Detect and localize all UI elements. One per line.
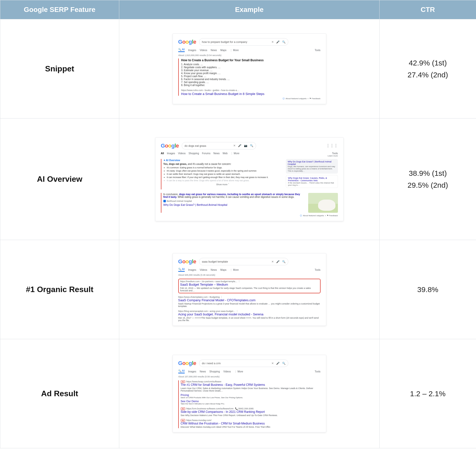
tab-images: Images: [188, 370, 196, 373]
tab-tools: Tools: [332, 152, 338, 155]
list-item: 6. Factor in seasonal and industry trend…: [181, 78, 321, 81]
ad-result-2: Adhttps://crm.business-software.com/soft…: [181, 407, 321, 417]
ai-overview-block: ✦ AI Overview Yes, dogs eat grass, and i…: [161, 159, 282, 189]
sitelinks: Pricing Save on CRM Products With Our Lo…: [181, 393, 321, 405]
result-link: Side-by-side CRM Comparisons - In 2021 C…: [181, 410, 321, 414]
clear-icon: ✕: [233, 144, 236, 147]
results-count: About 1,910,000,000 results (0.54 second…: [178, 54, 321, 57]
tab-videos: Videos: [200, 49, 207, 52]
tab-news: News: [213, 152, 220, 155]
result-desc: Learn How Our CRM, Sales & Marketing Aut…: [181, 387, 321, 392]
organic-result-2: https://www.cfotemplates.com › Budgeting…: [178, 296, 321, 307]
result-link: Why Do Dogs Eat Grass? | Berthoud Animal…: [163, 203, 305, 206]
list-item: It's tasty: Dogs often eat grass because…: [167, 170, 282, 172]
tab-more: ⋮ More: [231, 152, 239, 155]
organic-result-3: https://blog.serenacapital.com › acing-y…: [178, 310, 321, 322]
table-row: AI Overview Google do dogs eat grass ✕ 🎤…: [0, 119, 476, 240]
search-query: how to prepare budget for a company: [202, 40, 269, 43]
list-item: 3. Estimate your revenue. …: [181, 69, 321, 72]
tab-shopping: Shopping: [209, 370, 220, 373]
table-row: Snippet Google how to prepare budget for…: [0, 19, 476, 119]
list-item: 1. Analyze costs. …: [181, 63, 321, 66]
header-ctr: CTR: [380, 0, 476, 19]
result-url: https://crm.business-software.com/softwa…: [186, 407, 234, 410]
clear-icon: ✕: [271, 362, 274, 365]
ad-result-1: Adhttps://www.keap.com/crm/software The …: [181, 380, 321, 405]
serp-tabs: All Images Videos Shopping Forums News W…: [161, 152, 338, 155]
tab-all: 🔍All: [178, 369, 185, 373]
result-desc: Feb 12, 2019 — We updated our budget for…: [180, 287, 319, 292]
list-item: 8. Bring it all together.: [181, 84, 321, 87]
clear-icon: ✕: [271, 40, 274, 44]
clear-icon: ✕: [271, 260, 274, 263]
ad-badge: Ad: [181, 407, 185, 410]
result-url: https://www.cfotemplates.com › Budgeting…: [178, 296, 321, 298]
example-screenshot-ad: Google do i need a crm ✕ 🎤 🔍 🔍All Images…: [173, 355, 326, 432]
search-input: do dogs eat grass ✕ 🎤 📷 🔍: [182, 142, 256, 150]
ai-sources-sidebar: Why Do Dogs Eat Grass? | Berthoud Animal…: [286, 159, 338, 189]
show-more-button: Show more ˅: [163, 183, 282, 186]
ai-overview-lead: Yes, dogs eat grass, and it's usually no…: [163, 163, 282, 165]
search-icon: 🔍: [282, 362, 286, 365]
snippet-list: 1. Analyze costs. … 2. Negotiate costs w…: [181, 63, 321, 87]
tab-all: All: [161, 152, 164, 155]
tab-news: News: [211, 49, 217, 52]
google-logo: Google: [178, 360, 196, 366]
info-icon: ⓘ: [283, 97, 285, 100]
ctr-value-ai-overview: 38.9% (1st) 29.5% (2nd): [385, 167, 471, 191]
ctr-value-ad: 1.2 – 2.1%: [385, 388, 471, 400]
ctr-value-organic: 39.8%: [385, 284, 471, 296]
sitelink-desc: Save on CRM Products With Our Low Prices…: [181, 396, 321, 399]
list-item: It can increase fiber: If your dog isn't…: [167, 176, 282, 179]
organic-result-1: https://medium.com › 1tx-partners › saas…: [178, 279, 321, 293]
feedback-row: ⓘAbout featured snippets • ⚑ Feedback: [161, 214, 338, 217]
results-count: About 945,000 results (0.46 seconds): [178, 274, 321, 276]
result-desc: Discover What Makes monday.com Ideal CRM…: [181, 426, 321, 428]
site-badge-icon: [163, 200, 166, 202]
google-logo: Google: [178, 258, 196, 265]
ad-badge: Ad: [181, 419, 185, 422]
search-icon: 🔍: [282, 40, 286, 44]
camera-icon: 📷: [244, 144, 247, 147]
info-icon: ⓘ: [300, 214, 302, 217]
snippet-title: How to Create a Business Budget for Your…: [181, 59, 321, 62]
search-query: do i need a crm: [202, 362, 269, 365]
serp-tabs: 🔍All Images News Shopping Videos ⋮ More …: [178, 369, 321, 373]
tab-more: ⋮ More: [230, 49, 239, 52]
ad-result-3: Adhttps://www.monday.com/ CRM Without th…: [181, 419, 321, 428]
ai-overview-bullets: It's common: Eating grass is a normal be…: [163, 166, 282, 182]
serp-tabs: 🔍All Images Videos News Maps ⋮ More Tool…: [178, 48, 321, 52]
list-item: 2. Negotiate costs with suppliers. …: [181, 66, 321, 69]
feature-label-ai-overview: AI Overview: [5, 175, 114, 184]
search-input: saas budget template ✕ 🎤 🔍: [199, 258, 288, 265]
header-feature: Google SERP Feature: [0, 0, 119, 19]
source-desc: If the stomach issues… There's also the …: [288, 182, 336, 186]
tab-web: Web: [223, 152, 228, 155]
phone-number: 📞 (800) 208-2085: [235, 407, 254, 410]
result-link: How to Create a Small Business Budget in…: [181, 92, 321, 96]
result-desc: Mar 15, 2017 — >>>>>The Saas budget temp…: [178, 317, 321, 322]
example-screenshot-ai-overview: Google do dogs eat grass ✕ 🎤 📷 🔍 ⋮⋮⋮ All: [155, 137, 344, 221]
search-query: do dogs eat grass: [184, 144, 231, 147]
tab-more: ⋮ More: [230, 269, 239, 271]
source-title: Why Do Dogs Eat Grass? | Berthoud Animal…: [288, 160, 336, 165]
result-link: The #1 CRM for Small Business - Easy, Po…: [181, 383, 321, 387]
google-logo: Google: [161, 143, 179, 149]
table-row: Ad Result Google do i need a crm ✕ 🎤 🔍: [0, 339, 476, 448]
feature-label-organic: #1 Organic Result: [5, 285, 114, 294]
sitelink-desc: Take the Next 4 Minutes to Learn About K…: [181, 403, 321, 405]
ai-source-card: Why Do Dogs Eat Grass? | Berthoud Animal…: [286, 159, 338, 174]
sitelink-title: See Our Demo: [181, 400, 321, 403]
source-title: Why Dogs Eat Grass: Causes, Risks, & Pre…: [288, 177, 336, 182]
feature-label-ad: Ad Result: [5, 389, 114, 398]
result-desc: See Why Decision Makers Love This Free C…: [181, 414, 321, 417]
tab-videos: Videos: [178, 152, 185, 155]
search-icon: 🔍: [250, 144, 253, 147]
tab-maps: Maps: [220, 269, 226, 271]
list-item: 5. Project cash flow. …: [181, 75, 321, 78]
tab-images: Images: [188, 269, 196, 271]
tab-all: 🔍All: [178, 48, 185, 52]
tab-images: Images: [167, 152, 175, 155]
tab-videos: Videos: [200, 269, 207, 271]
mic-icon: 🎤: [276, 260, 280, 263]
